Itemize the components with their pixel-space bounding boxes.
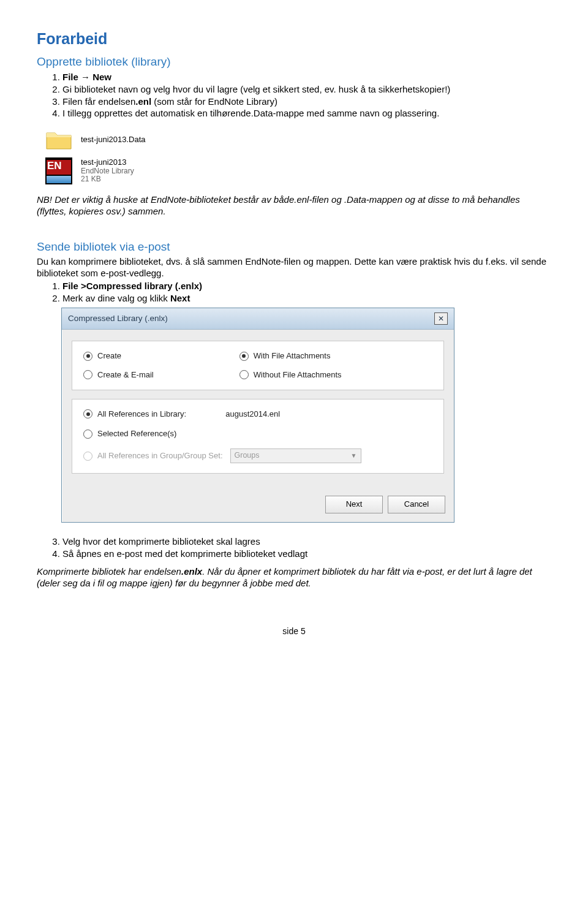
radio-with-attachments[interactable]: With File Attachments — [239, 351, 342, 361]
radio-label: Without File Attachments — [254, 370, 342, 380]
closing-ext: .enlx — [181, 566, 202, 577]
radio-label: Selected Reference(s) — [97, 429, 176, 439]
radio-label: Create & E-mail — [97, 370, 154, 380]
step1a: File — [62, 72, 81, 82]
chevron-down-icon: ▼ — [351, 452, 357, 460]
step1b: New — [90, 72, 111, 82]
radio-icon — [83, 370, 92, 379]
step2b: Next — [170, 293, 190, 303]
cancel-button[interactable]: Cancel — [388, 496, 445, 513]
folder-example: test-juni2013.Data — [45, 128, 551, 151]
radio-label: Create — [97, 351, 121, 361]
dropdown-value: Groups — [235, 451, 260, 461]
section-heading-send: Sende bibliotek via e-post — [37, 240, 551, 254]
radio-create-email[interactable]: Create & E-mail — [83, 370, 154, 380]
list-item: Velg hvor det komprimerte biblioteket sk… — [62, 536, 551, 548]
radio-icon — [239, 352, 249, 361]
library-filename: august2014.enl — [225, 409, 280, 419]
step3a: Filen får endelsen — [62, 96, 135, 107]
after-dialog-steps: Velg hvor det komprimerte biblioteket sk… — [49, 536, 551, 561]
closing-note: Komprimerte bibliotek har endelsen.enlx.… — [37, 566, 551, 589]
compressed-library-dialog: Compressed Library (.enlx) ✕ Create Crea… — [61, 308, 454, 522]
group-reference-scope: All References in Library: august2014.en… — [72, 399, 444, 474]
radio-icon — [83, 430, 92, 439]
list-item: Så åpnes en e-post med det komprimerte b… — [62, 548, 551, 560]
dialog-title-text: Compressed Library (.enlx) — [68, 314, 168, 324]
dialog-titlebar: Compressed Library (.enlx) ✕ — [62, 308, 454, 330]
enl-file-size: 21 KB — [81, 175, 134, 184]
create-steps-list: File → New Gi biblioteket navn og velg h… — [49, 72, 551, 119]
radio-icon — [239, 370, 249, 379]
enl-file-example: EN test-juni2013 EndNote Library 21 KB — [45, 157, 551, 184]
send-steps-list: File >Compressed library (.enlx) Merk av… — [49, 281, 551, 305]
list-item: File → New — [62, 72, 551, 83]
folder-name: test-juni2013.Data — [81, 135, 146, 145]
list-item: I tillegg opprettes det automatisk en ti… — [62, 108, 551, 119]
list-item: File >Compressed library (.enlx) — [62, 281, 551, 292]
close-button[interactable]: ✕ — [434, 312, 448, 325]
closing-a: Komprimerte bibliotek har endelsen — [37, 566, 181, 577]
radio-icon — [83, 452, 92, 461]
page-number: side 5 — [37, 626, 551, 637]
list-item: Merk av dine valg og klikk Next — [62, 293, 551, 305]
folder-icon — [45, 128, 72, 151]
step1-compressed: File >Compressed library (.enlx) — [62, 281, 202, 291]
group-create-options: Create Create & E-mail With File Attachm… — [72, 341, 444, 390]
step3b: .enl — [135, 96, 151, 107]
section-heading-create: Opprette bibliotek (library) — [37, 55, 551, 69]
next-button[interactable]: Next — [325, 496, 383, 513]
groups-dropdown: Groups ▼ — [230, 449, 361, 463]
enl-file-name: test-juni2013 — [81, 158, 134, 167]
radio-selected-references[interactable]: Selected Reference(s) — [83, 429, 432, 439]
enl-file-type: EndNote Library — [81, 167, 134, 176]
step2a: Merk av dine valg og klikk — [62, 293, 170, 303]
nb-note: NB! Det er viktig å huske at EndNote-bib… — [37, 194, 551, 218]
send-intro: Du kan komprimere biblioteket, dvs. å sl… — [37, 256, 551, 279]
step3c: (som står for EndNote Library) — [151, 96, 277, 107]
list-item: Gi biblioteket navn og velg hvor du vil … — [62, 84, 551, 96]
radio-without-attachments[interactable]: Without File Attachments — [239, 370, 342, 380]
radio-label: With File Attachments — [254, 351, 331, 361]
radio-all-references[interactable]: All References in Library: august2014.en… — [83, 409, 432, 419]
radio-icon — [83, 409, 92, 418]
radio-create[interactable]: Create — [83, 351, 154, 361]
endnote-file-icon: EN — [45, 157, 72, 184]
radio-group-references: All References in Group/Group Set: Group… — [83, 449, 432, 463]
arrow-icon: → — [81, 72, 90, 82]
radio-icon — [83, 352, 92, 361]
list-item: Filen får endelsen.enl (som står for End… — [62, 96, 551, 108]
radio-label: All References in Group/Group Set: — [97, 451, 223, 461]
radio-label: All References in Library: — [97, 409, 186, 419]
page-title: Forarbeid — [37, 29, 551, 48]
file-examples: test-juni2013.Data EN test-juni2013 EndN… — [45, 128, 551, 184]
